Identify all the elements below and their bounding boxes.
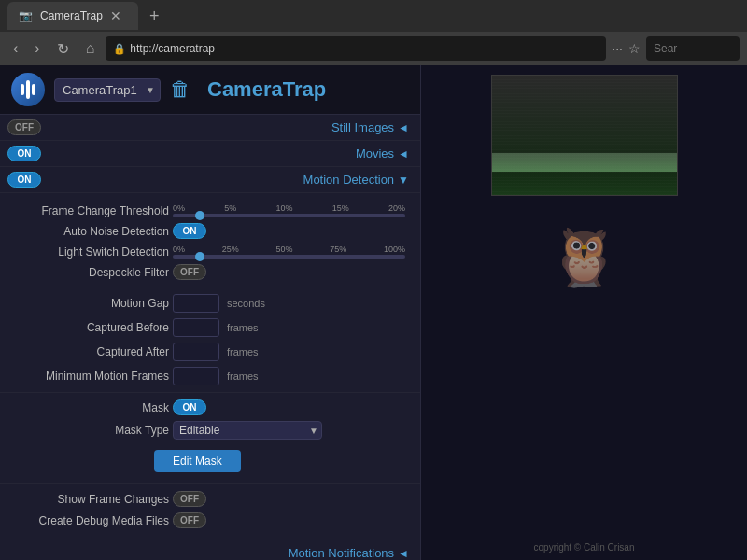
captured-after-label: Captured After [15, 345, 169, 358]
motion-gap-row: Motion Gap 30 seconds [0, 291, 420, 315]
divider-1 [0, 287, 420, 287]
auto-noise-label: Auto Noise Detection [15, 225, 169, 238]
despeckle-toggle[interactable]: OFF [173, 264, 206, 280]
mask-control: ON [173, 399, 405, 415]
logo-stripe-1 [21, 84, 24, 95]
divider-3 [0, 483, 420, 484]
still-images-toggle[interactable]: OFF [7, 119, 41, 135]
captured-after-units: frames [227, 346, 259, 357]
search-input[interactable] [646, 36, 740, 61]
min-motion-frames-units: frames [227, 371, 259, 382]
app-logo [11, 73, 45, 106]
frame-change-control: 0% 5% 10% 15% 20% [173, 203, 405, 217]
edit-mask-container: Edit Mask [0, 442, 420, 480]
app-header: CameraTrap1 ▼ 🗑 CameraTrap [0, 65, 420, 115]
mask-toggle[interactable]: ON [173, 399, 206, 415]
min-motion-frames-label: Minimum Motion Frames [15, 370, 169, 383]
logo-stripe-3 [32, 84, 35, 95]
still-images-arrow[interactable]: ◄ [398, 121, 409, 134]
auto-noise-toggle[interactable]: ON [173, 223, 206, 239]
motion-gap-units: seconds [227, 298, 265, 309]
device-select[interactable]: CameraTrap1 [54, 78, 161, 102]
address-bar[interactable]: 🔒 http://cameratrap [106, 36, 606, 61]
divider-2 [0, 392, 420, 393]
show-frame-changes-row: Show Frame Changes OFF [0, 488, 420, 510]
min-motion-frames-row: Minimum Motion Frames 5 frames [0, 364, 420, 388]
captured-before-control: 30 frames [173, 318, 405, 337]
still-images-label[interactable]: Still Images [331, 120, 394, 134]
create-debug-media-toggle[interactable]: OFF [173, 512, 206, 528]
motion-gap-input[interactable]: 30 [173, 294, 219, 313]
create-debug-media-control: OFF [173, 512, 405, 528]
motion-notifications-section-row: Motion Notifications ◄ [0, 540, 420, 560]
auto-noise-control: ON [173, 223, 405, 239]
create-debug-media-row: Create Debug Media Files OFF [0, 510, 420, 531]
frame-change-slider-container: 0% 5% 10% 15% 20% [173, 203, 405, 217]
back-button[interactable]: ‹ [7, 38, 23, 59]
show-frame-changes-toggle[interactable]: OFF [173, 491, 206, 507]
star-icon[interactable]: ☆ [628, 41, 641, 56]
create-debug-media-label: Create Debug Media Files [15, 514, 169, 527]
captured-before-input[interactable]: 30 [173, 318, 219, 337]
mask-type-control: Editable Fixed None ▼ [173, 421, 405, 440]
nav-icons: ··· ☆ [612, 41, 641, 56]
captured-after-input[interactable]: 5 [173, 343, 219, 361]
frame-change-row: Frame Change Threshold 0% 5% 10% 15% 20% [0, 201, 420, 220]
logo-stripes [21, 80, 35, 99]
right-panel: 🦉 copyright © Calin Crisan [420, 65, 747, 560]
light-switch-slider-container: 0% 25% 50% 75% 100% [173, 245, 405, 259]
captured-before-row: Captured Before 30 frames [0, 315, 420, 340]
motion-detection-toggle[interactable]: ON [7, 172, 41, 188]
tab-icon: 📷 [19, 9, 33, 22]
mask-type-select-wrapper: Editable Fixed None ▼ [173, 421, 322, 440]
show-frame-changes-control: OFF [173, 491, 405, 507]
browser-chrome: 📷 CameraTrap ✕ + ‹ › ↻ ⌂ 🔒 http://camera… [0, 0, 747, 65]
mask-type-select[interactable]: Editable Fixed None [173, 421, 322, 440]
auto-noise-row: Auto Noise Detection ON [0, 220, 420, 242]
despeckle-row: Despeckle Filter OFF [0, 261, 420, 283]
reload-button[interactable]: ↻ [51, 38, 75, 60]
more-icon[interactable]: ··· [612, 41, 623, 56]
app-container: CameraTrap1 ▼ 🗑 CameraTrap OFF Still Ima… [0, 65, 747, 560]
lock-icon: 🔒 [113, 43, 126, 55]
despeckle-label: Despeckle Filter [15, 266, 169, 279]
frame-change-slider[interactable] [173, 214, 405, 217]
tab-bar: 📷 CameraTrap ✕ + [0, 0, 747, 32]
movies-toggle[interactable]: ON [7, 146, 41, 161]
edit-mask-button[interactable]: Edit Mask [154, 450, 241, 472]
motion-notifications-label[interactable]: Motion Notifications [289, 546, 394, 560]
captured-after-control: 5 frames [173, 343, 405, 361]
tab-title: CameraTrap [40, 9, 103, 22]
light-switch-label: Light Switch Detection [15, 245, 169, 259]
min-motion-frames-input[interactable]: 5 [173, 367, 219, 385]
captured-before-label: Captured Before [15, 321, 169, 334]
motion-notifications-arrow[interactable]: ◄ [398, 547, 409, 560]
copyright-text: copyright © Calin Crisan [527, 535, 642, 560]
active-tab[interactable]: 📷 CameraTrap ✕ [7, 2, 138, 30]
movies-label[interactable]: Movies [356, 147, 394, 161]
motion-detection-label[interactable]: Motion Detection [303, 173, 395, 187]
new-tab-button[interactable]: + [142, 3, 167, 30]
light-switch-row: Light Switch Detection 0% 25% 50% 75% 10… [0, 242, 420, 261]
mask-type-row: Mask Type Editable Fixed None ▼ [0, 418, 420, 442]
nav-bar: ‹ › ↻ ⌂ 🔒 http://cameratrap ··· ☆ [0, 32, 747, 65]
frame-change-label: Frame Change Threshold [15, 204, 169, 217]
mask-label: Mask [15, 401, 169, 414]
min-motion-frames-control: 5 frames [173, 367, 405, 385]
light-switch-slider[interactable] [173, 255, 405, 259]
captured-before-units: frames [227, 322, 259, 333]
motion-gap-control: 30 seconds [173, 294, 405, 313]
movies-arrow[interactable]: ◄ [398, 147, 409, 161]
trash-icon[interactable]: 🗑 [170, 77, 190, 102]
tab-close-btn[interactable]: ✕ [110, 8, 121, 23]
address-text: http://cameratrap [130, 42, 599, 55]
motion-detection-arrow[interactable]: ▼ [398, 174, 409, 187]
mask-row: Mask ON [0, 397, 420, 418]
light-switch-control: 0% 25% 50% 75% 100% [173, 245, 405, 259]
preview-foliage [492, 153, 677, 172]
despeckle-control: OFF [173, 264, 405, 280]
motion-gap-label: Motion Gap [15, 297, 169, 310]
home-button[interactable]: ⌂ [80, 38, 101, 59]
device-select-wrapper[interactable]: CameraTrap1 ▼ [54, 78, 161, 102]
forward-button[interactable]: › [29, 38, 45, 59]
